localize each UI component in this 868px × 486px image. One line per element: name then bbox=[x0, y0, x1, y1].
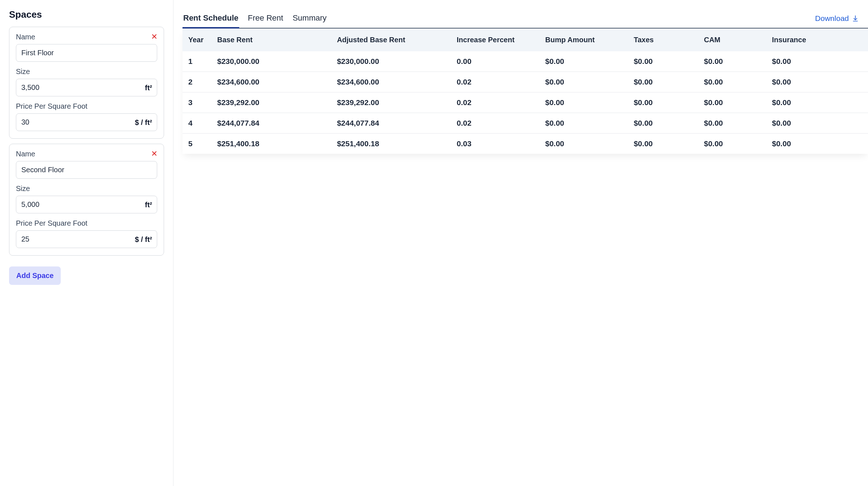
space-price-label: Price Per Square Foot bbox=[16, 102, 157, 110]
space-card: NameSizeft²Price Per Square Foot$ / ft² bbox=[9, 144, 164, 256]
cell-increase: 0.02 bbox=[451, 72, 540, 92]
table-header-row: YearBase RentAdjusted Base RentIncrease … bbox=[182, 29, 868, 51]
cell-bump: $0.00 bbox=[540, 72, 628, 92]
cell-bump: $0.00 bbox=[540, 134, 628, 154]
col-adjusted-base-rent: Adjusted Base Rent bbox=[331, 29, 451, 51]
table-row: 1$230,000.00$230,000.000.00$0.00$0.00$0.… bbox=[182, 51, 868, 72]
space-size-label: Size bbox=[16, 68, 157, 76]
cell-base_rent: $244,077.84 bbox=[211, 113, 331, 134]
table-row: 2$234,600.00$234,600.000.02$0.00$0.00$0.… bbox=[182, 72, 868, 92]
sidebar-spaces: Spaces NameSizeft²Price Per Square Foot$… bbox=[0, 0, 173, 486]
space-price-input[interactable] bbox=[16, 230, 157, 248]
cell-increase: 0.02 bbox=[451, 92, 540, 113]
cell-cam: $0.00 bbox=[698, 113, 766, 134]
col-increase-percent: Increase Percent bbox=[451, 29, 540, 51]
cell-adjusted: $251,400.18 bbox=[331, 134, 451, 154]
cell-adjusted: $239,292.00 bbox=[331, 92, 451, 113]
cell-taxes: $0.00 bbox=[628, 113, 698, 134]
cell-adjusted: $230,000.00 bbox=[331, 51, 451, 72]
space-name-input[interactable] bbox=[16, 44, 157, 62]
cell-bump: $0.00 bbox=[540, 92, 628, 113]
cell-taxes: $0.00 bbox=[628, 92, 698, 113]
cell-taxes: $0.00 bbox=[628, 51, 698, 72]
space-name-label: Name bbox=[16, 33, 157, 41]
add-space-button[interactable]: Add Space bbox=[9, 266, 61, 285]
cell-insurance: $0.00 bbox=[766, 134, 868, 154]
remove-space-button[interactable] bbox=[150, 32, 159, 41]
tab-rent-schedule[interactable]: Rent Schedule bbox=[182, 10, 239, 29]
cell-bump: $0.00 bbox=[540, 51, 628, 72]
tabs-container: Rent ScheduleFree RentSummary bbox=[182, 9, 327, 28]
close-icon bbox=[151, 150, 158, 157]
cell-base_rent: $239,292.00 bbox=[211, 92, 331, 113]
space-price-input[interactable] bbox=[16, 113, 157, 131]
space-price-label: Price Per Square Foot bbox=[16, 219, 157, 227]
cell-adjusted: $244,077.84 bbox=[331, 113, 451, 134]
space-size-input[interactable] bbox=[16, 79, 157, 96]
col-insurance: Insurance bbox=[766, 29, 868, 51]
col-base-rent: Base Rent bbox=[211, 29, 331, 51]
cell-year: 1 bbox=[182, 51, 211, 72]
space-size-label: Size bbox=[16, 185, 157, 193]
cell-base_rent: $230,000.00 bbox=[211, 51, 331, 72]
cell-increase: 0.02 bbox=[451, 113, 540, 134]
space-name-label: Name bbox=[16, 150, 157, 158]
col-taxes: Taxes bbox=[628, 29, 698, 51]
table-scroll[interactable]: YearBase RentAdjusted Base RentIncrease … bbox=[182, 29, 868, 154]
space-card: NameSizeft²Price Per Square Foot$ / ft² bbox=[9, 27, 164, 139]
cell-year: 2 bbox=[182, 72, 211, 92]
cell-cam: $0.00 bbox=[698, 134, 766, 154]
cell-adjusted: $234,600.00 bbox=[331, 72, 451, 92]
table-row: 3$239,292.00$239,292.000.02$0.00$0.00$0.… bbox=[182, 92, 868, 113]
space-name-input[interactable] bbox=[16, 161, 157, 179]
download-link[interactable]: Download bbox=[815, 14, 859, 23]
cell-insurance: $0.00 bbox=[766, 51, 868, 72]
cell-cam: $0.00 bbox=[698, 72, 766, 92]
tabs-row: Rent ScheduleFree RentSummary Download bbox=[182, 9, 868, 29]
cell-increase: 0.00 bbox=[451, 51, 540, 72]
cell-bump: $0.00 bbox=[540, 113, 628, 134]
remove-space-button[interactable] bbox=[150, 149, 159, 158]
cell-base_rent: $251,400.18 bbox=[211, 134, 331, 154]
table-row: 4$244,077.84$244,077.840.02$0.00$0.00$0.… bbox=[182, 113, 868, 134]
cell-taxes: $0.00 bbox=[628, 134, 698, 154]
rent-schedule-table: YearBase RentAdjusted Base RentIncrease … bbox=[182, 29, 868, 154]
space-size-input[interactable] bbox=[16, 196, 157, 213]
cell-insurance: $0.00 bbox=[766, 113, 868, 134]
cell-year: 4 bbox=[182, 113, 211, 134]
tab-summary[interactable]: Summary bbox=[292, 10, 327, 29]
cell-cam: $0.00 bbox=[698, 51, 766, 72]
cell-insurance: $0.00 bbox=[766, 72, 868, 92]
download-icon bbox=[852, 15, 859, 22]
cell-year: 5 bbox=[182, 134, 211, 154]
cell-taxes: $0.00 bbox=[628, 72, 698, 92]
col-cam: CAM bbox=[698, 29, 766, 51]
download-label: Download bbox=[815, 14, 849, 23]
cell-base_rent: $234,600.00 bbox=[211, 72, 331, 92]
sidebar-title: Spaces bbox=[9, 9, 164, 20]
main-content: Rent ScheduleFree RentSummary Download Y… bbox=[173, 0, 868, 486]
close-icon bbox=[151, 33, 158, 40]
table-row: 5$251,400.18$251,400.180.03$0.00$0.00$0.… bbox=[182, 134, 868, 154]
cell-increase: 0.03 bbox=[451, 134, 540, 154]
col-bump-amount: Bump Amount bbox=[540, 29, 628, 51]
cell-insurance: $0.00 bbox=[766, 92, 868, 113]
col-year: Year bbox=[182, 29, 211, 51]
cell-year: 3 bbox=[182, 92, 211, 113]
tab-free-rent[interactable]: Free Rent bbox=[247, 10, 284, 29]
cell-cam: $0.00 bbox=[698, 92, 766, 113]
